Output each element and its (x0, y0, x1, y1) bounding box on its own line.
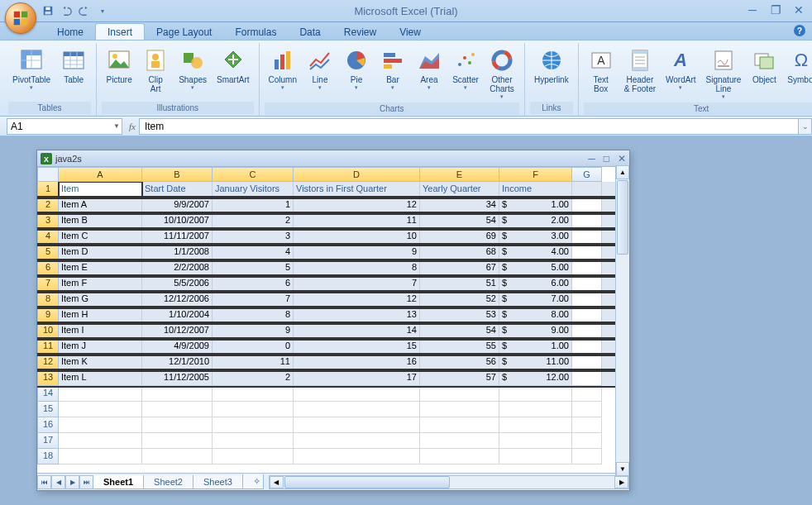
cell-C13[interactable]: 2 (213, 370, 294, 386)
cell-E14[interactable] (420, 386, 499, 402)
row-header-3[interactable]: 3 (37, 213, 59, 229)
cell-A16[interactable] (59, 417, 142, 433)
cell-E9[interactable]: 53 (420, 307, 499, 323)
cell-B18[interactable] (142, 449, 213, 465)
cell-D16[interactable] (294, 417, 420, 433)
hyperlink-button[interactable]: Hyperlink (530, 45, 573, 87)
scroll-left-icon[interactable]: ◀ (270, 476, 284, 488)
cell-E1[interactable]: Yearly Quarter (420, 182, 499, 198)
cell-A15[interactable] (59, 402, 142, 417)
sheet-tab-sheet2[interactable]: Sheet2 (143, 475, 193, 489)
cell-A2[interactable]: Item A (59, 198, 142, 213)
column-header-E[interactable]: E (420, 167, 499, 182)
symbol-button[interactable]: ΩSymbol (783, 45, 812, 87)
column-header-A[interactable]: A (59, 167, 142, 182)
cell-C5[interactable]: 4 (213, 245, 294, 260)
cell-B3[interactable]: 10/10/2007 (142, 213, 213, 229)
redo-icon[interactable] (78, 4, 91, 17)
cell-A12[interactable]: Item K (59, 355, 142, 370)
column-chart-button[interactable]: Column▾ (265, 45, 301, 93)
cell-A11[interactable]: Item J (59, 339, 142, 355)
select-all-corner[interactable] (37, 167, 59, 182)
cell-G1[interactable] (572, 182, 602, 198)
cell-D17[interactable] (294, 433, 420, 449)
cell-F1[interactable]: Income (499, 182, 572, 198)
cell-A18[interactable] (59, 449, 142, 465)
tab-formulas[interactable]: Formulas (223, 24, 288, 40)
cell-E8[interactable]: 52 (420, 292, 499, 307)
cell-C11[interactable]: 0 (213, 339, 294, 355)
cell-E13[interactable]: 57 (420, 370, 499, 386)
cell-G4[interactable] (572, 229, 602, 245)
row-header-11[interactable]: 11 (37, 339, 59, 355)
cell-B13[interactable]: 11/12/2005 (142, 370, 213, 386)
object-button[interactable]: Object (747, 45, 781, 87)
cell-C10[interactable]: 9 (213, 323, 294, 339)
cell-F4[interactable]: $3.00 (499, 229, 572, 245)
cell-B10[interactable]: 10/12/2007 (142, 323, 213, 339)
row-header-6[interactable]: 6 (37, 260, 59, 276)
row-header-13[interactable]: 13 (37, 370, 59, 386)
pivot-table-button[interactable]: PivotTable▾ (8, 45, 55, 93)
row-header-16[interactable]: 16 (37, 417, 59, 433)
cell-F7[interactable]: $6.00 (499, 276, 572, 292)
column-header-C[interactable]: C (213, 167, 294, 182)
bar-chart-button[interactable]: Bar▾ (375, 45, 410, 93)
scroll-right-icon[interactable]: ▶ (614, 476, 628, 488)
cell-F6[interactable]: $5.00 (499, 260, 572, 276)
cell-C7[interactable]: 6 (213, 276, 294, 292)
close-button[interactable]: ✕ (792, 3, 805, 17)
cell-D12[interactable]: 16 (294, 355, 420, 370)
area-chart-button[interactable]: Area▾ (412, 45, 447, 93)
cell-C9[interactable]: 8 (213, 307, 294, 323)
wb-close-button[interactable]: ✕ (618, 153, 626, 164)
cell-E11[interactable]: 55 (420, 339, 499, 355)
cell-G13[interactable] (572, 370, 602, 386)
tab-page-layout[interactable]: Page Layout (145, 24, 223, 40)
cell-E2[interactable]: 34 (420, 198, 499, 213)
column-header-B[interactable]: B (142, 167, 213, 182)
cell-F16[interactable] (499, 417, 572, 433)
cell-F18[interactable] (499, 449, 572, 465)
cell-D6[interactable]: 8 (294, 260, 420, 276)
cell-G15[interactable] (572, 402, 602, 417)
cell-D4[interactable]: 10 (294, 229, 420, 245)
cell-B8[interactable]: 12/12/2006 (142, 292, 213, 307)
scatter-chart-button[interactable]: Scatter▾ (448, 45, 483, 93)
cell-C18[interactable] (213, 449, 294, 465)
sheet-nav-prev[interactable]: ◀ (51, 475, 65, 489)
cell-C12[interactable]: 11 (213, 355, 294, 370)
scroll-thumb[interactable] (617, 180, 628, 255)
tab-home[interactable]: Home (45, 24, 95, 40)
horizontal-scrollbar[interactable]: ◀ ▶ (269, 475, 629, 489)
cell-G6[interactable] (572, 260, 602, 276)
cell-B7[interactable]: 5/5/2006 (142, 276, 213, 292)
cell-D9[interactable]: 13 (294, 307, 420, 323)
cell-B17[interactable] (142, 433, 213, 449)
cell-D8[interactable]: 12 (294, 292, 420, 307)
cell-G12[interactable] (572, 355, 602, 370)
cell-A7[interactable]: Item F (59, 276, 142, 292)
sheet-tab-sheet1[interactable]: Sheet1 (93, 475, 144, 489)
expand-formula-bar-icon[interactable]: ⌄ (799, 118, 812, 135)
cell-D13[interactable]: 17 (294, 370, 420, 386)
cell-B12[interactable]: 12/1/2010 (142, 355, 213, 370)
cell-F8[interactable]: $7.00 (499, 292, 572, 307)
undo-icon[interactable] (60, 4, 73, 17)
cell-D3[interactable]: 11 (294, 213, 420, 229)
cell-D1[interactable]: Vistors in First Quarter (294, 182, 420, 198)
row-header-10[interactable]: 10 (37, 323, 59, 339)
cell-E6[interactable]: 67 (420, 260, 499, 276)
column-header-F[interactable]: F (499, 167, 572, 182)
cell-E4[interactable]: 69 (420, 229, 499, 245)
cell-F9[interactable]: $8.00 (499, 307, 572, 323)
row-header-4[interactable]: 4 (37, 229, 59, 245)
pie-chart-button[interactable]: Pie▾ (339, 45, 374, 93)
cell-G18[interactable] (572, 449, 602, 465)
sheet-nav-last[interactable]: ⏭ (79, 475, 93, 489)
header-footer-button[interactable]: Header & Footer (620, 45, 660, 96)
table-button[interactable]: Table (56, 45, 91, 87)
column-header-G[interactable]: G (572, 167, 602, 182)
row-header-9[interactable]: 9 (37, 307, 59, 323)
cell-E16[interactable] (420, 417, 499, 433)
